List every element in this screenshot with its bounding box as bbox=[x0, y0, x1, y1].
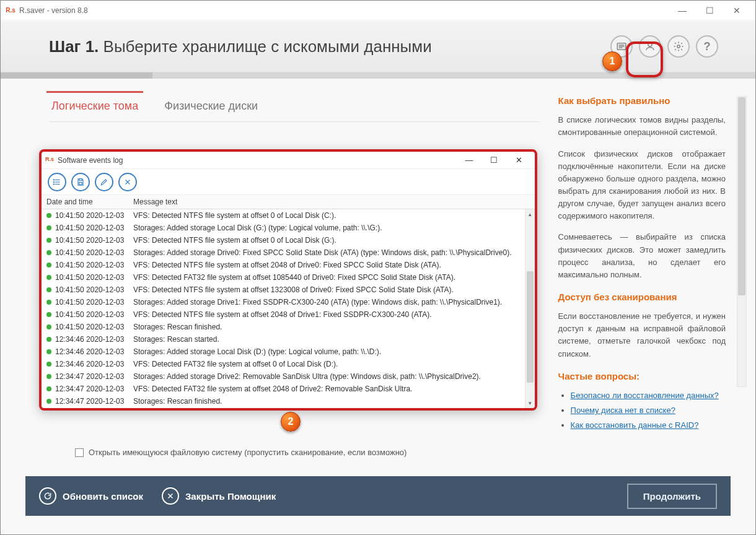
open-fs-checkbox-label: Открыть имеющуюся файловую систему (проп… bbox=[89, 448, 407, 457]
pencil-icon bbox=[100, 178, 108, 186]
svg-point-5 bbox=[677, 45, 680, 48]
log-row-time: 10:41:50 2020-12-03 bbox=[55, 273, 133, 282]
tab-physical-disks[interactable]: Физические диски bbox=[162, 94, 260, 121]
save-icon bbox=[76, 178, 85, 186]
log-titlebar: R.s Software events log — ☐ ✕ bbox=[42, 152, 535, 169]
status-dot-icon bbox=[46, 349, 51, 354]
log-scroll-up[interactable]: ▴ bbox=[525, 209, 535, 219]
status-dot-icon bbox=[46, 275, 51, 280]
log-row[interactable]: 10:41:50 2020-12-03Storages: Added stora… bbox=[42, 296, 535, 308]
log-column-time[interactable]: Date and time bbox=[42, 195, 128, 209]
log-row-message: VFS: Detected FAT32 file system at offse… bbox=[133, 360, 535, 368]
faq-link-2[interactable]: Почему диска нет в списке? bbox=[571, 404, 726, 417]
help-scrollbar[interactable] bbox=[737, 96, 747, 387]
faq-link-3[interactable]: Как восстановить данные с RAID? bbox=[571, 419, 726, 432]
log-clear-button[interactable] bbox=[118, 173, 137, 191]
log-row[interactable]: 12:34:46 2020-12-03Storages: Added stora… bbox=[42, 346, 535, 358]
status-dot-icon bbox=[46, 213, 51, 218]
log-column-message[interactable]: Message text bbox=[128, 195, 535, 209]
help-text-3: Сомневаетесь — выбирайте из списка физич… bbox=[558, 231, 726, 281]
continue-button[interactable]: Продолжить bbox=[627, 484, 717, 509]
log-row[interactable]: 10:41:50 2020-12-03VFS: Detected FAT32 f… bbox=[42, 271, 535, 284]
minimize-button[interactable]: — bbox=[669, 1, 696, 20]
refresh-icon bbox=[43, 492, 52, 500]
open-fs-checkbox-row[interactable]: Открыть имеющуюся файловую систему (проп… bbox=[75, 448, 407, 457]
log-app-icon: R.s bbox=[45, 156, 54, 165]
refresh-button[interactable]: Обновить список bbox=[39, 487, 143, 505]
faq-link-1[interactable]: Безопасно ли восстановление данных? bbox=[571, 389, 726, 402]
help-button[interactable]: ? bbox=[696, 35, 718, 58]
log-close-button[interactable]: ✕ bbox=[506, 152, 531, 168]
gear-icon bbox=[673, 41, 684, 52]
settings-button[interactable] bbox=[667, 35, 690, 58]
header: Шаг 1. Выберите хранилище с искомыми дан… bbox=[1, 20, 755, 72]
log-save-button[interactable] bbox=[71, 173, 90, 191]
log-edit-button[interactable] bbox=[95, 173, 113, 191]
log-maximize-button[interactable]: ☐ bbox=[481, 152, 506, 168]
log-scroll-thumb[interactable] bbox=[527, 271, 534, 383]
svg-point-9 bbox=[53, 179, 54, 180]
help-heading-3: Частые вопросы: bbox=[558, 369, 726, 383]
maximize-button[interactable]: ☐ bbox=[696, 1, 723, 20]
status-dot-icon bbox=[46, 337, 51, 342]
status-dot-icon bbox=[46, 287, 51, 292]
help-text-1: В списке логических томов видны разделы,… bbox=[558, 114, 726, 139]
log-row[interactable]: 12:34:47 2020-12-03Storages: Rescan fini… bbox=[42, 395, 535, 407]
log-row-time: 10:41:50 2020-12-03 bbox=[55, 224, 133, 232]
log-row[interactable]: 10:41:50 2020-12-03VFS: Detected NTFS fi… bbox=[42, 284, 535, 296]
close-helper-button[interactable]: Закрыть Помощник bbox=[162, 487, 276, 505]
svg-rect-13 bbox=[79, 182, 82, 185]
log-row[interactable]: 12:34:46 2020-12-03Storages: Rescan star… bbox=[42, 333, 535, 346]
status-dot-icon bbox=[46, 324, 51, 329]
progress-segment-1 bbox=[1, 72, 152, 79]
log-row[interactable]: 12:34:47 2020-12-03VFS: Detected FAT32 f… bbox=[42, 383, 535, 395]
status-dot-icon bbox=[46, 362, 51, 367]
tab-logical-volumes[interactable]: Логические тома bbox=[49, 94, 141, 121]
log-row-message: VFS: Detected FAT32 file system at offse… bbox=[133, 273, 535, 282]
svg-point-4 bbox=[648, 43, 652, 46]
app-icon: R.s bbox=[6, 6, 15, 15]
log-row[interactable]: 12:34:47 2020-12-03Storages: Added stora… bbox=[42, 370, 535, 383]
log-row-time: 10:41:50 2020-12-03 bbox=[55, 310, 133, 319]
user-button[interactable] bbox=[639, 35, 661, 58]
header-actions: ? bbox=[610, 35, 718, 58]
log-row[interactable]: 10:41:50 2020-12-03Storages: Added stora… bbox=[42, 246, 535, 259]
log-row[interactable]: 10:41:50 2020-12-03Storages: Rescan fini… bbox=[42, 321, 535, 333]
log-row[interactable]: 10:41:50 2020-12-03VFS: Detected NTFS fi… bbox=[42, 209, 535, 222]
log-toolbar bbox=[42, 169, 535, 195]
log-row-message: VFS: Detected NTFS file system at offset… bbox=[133, 285, 535, 294]
log-row[interactable]: 12:34:46 2020-12-03VFS: Detected FAT32 f… bbox=[42, 358, 535, 370]
status-dot-icon bbox=[46, 263, 51, 268]
page-title: Шаг 1. Выберите хранилище с искомыми дан… bbox=[49, 37, 610, 56]
status-dot-icon bbox=[46, 238, 51, 243]
help-scroll-thumb[interactable] bbox=[738, 97, 745, 295]
open-fs-checkbox[interactable] bbox=[75, 448, 84, 457]
log-row-time: 10:41:50 2020-12-03 bbox=[55, 236, 133, 245]
log-row-message: VFS: Detected NTFS file system at offset… bbox=[133, 261, 535, 269]
log-row-time: 10:41:50 2020-12-03 bbox=[55, 323, 133, 331]
log-row-message: Storages: Rescan finished. bbox=[133, 397, 535, 406]
log-row-time: 10:41:50 2020-12-03 bbox=[55, 261, 133, 269]
status-dot-icon bbox=[46, 225, 51, 230]
log-minimize-button[interactable]: — bbox=[457, 152, 481, 168]
step-title: Выберите хранилище с искомыми данными bbox=[103, 37, 432, 56]
log-row-time: 12:34:47 2020-12-03 bbox=[55, 372, 133, 381]
help-icon: ? bbox=[704, 40, 711, 53]
tabs: Логические тома Физические диски bbox=[49, 94, 540, 122]
list-icon bbox=[53, 178, 61, 186]
close-button[interactable]: ✕ bbox=[723, 1, 750, 20]
x-icon bbox=[123, 178, 132, 186]
log-row[interactable]: 10:41:50 2020-12-03Storages: Added stora… bbox=[42, 222, 535, 234]
log-scrollbar[interactable]: ▴ ▾ bbox=[525, 209, 535, 408]
log-row[interactable]: 10:41:50 2020-12-03VFS: Detected NTFS fi… bbox=[42, 259, 535, 271]
status-dot-icon bbox=[46, 399, 51, 404]
log-row-message: VFS: Detected NTFS file system at offset… bbox=[133, 211, 535, 220]
log-list-button[interactable] bbox=[48, 173, 66, 191]
log-row[interactable]: 10:41:50 2020-12-03VFS: Detected NTFS fi… bbox=[42, 308, 535, 321]
app-window: R.s R.saver - version 8.8 — ☐ ✕ Шаг 1. В… bbox=[0, 0, 756, 535]
log-row-message: Storages: Added storage Local Disk (G:) … bbox=[133, 224, 535, 232]
log-scroll-down[interactable]: ▾ bbox=[525, 398, 535, 408]
annotation-badge-1: 1 bbox=[602, 51, 622, 71]
log-row[interactable]: 10:41:50 2020-12-03VFS: Detected NTFS fi… bbox=[42, 234, 535, 246]
svg-point-11 bbox=[53, 183, 54, 184]
